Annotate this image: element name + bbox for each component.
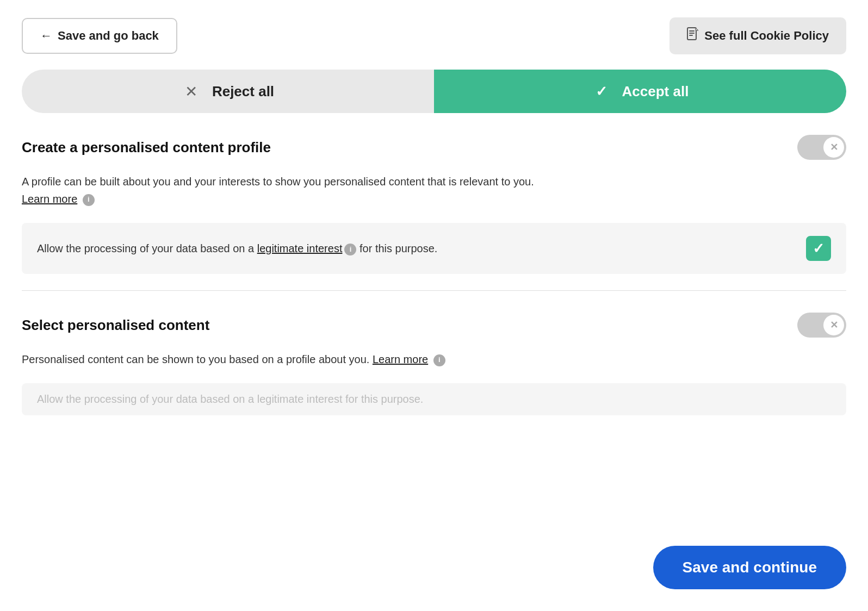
checkmark-icon: ✓ [592, 82, 611, 101]
section2-header: Select personalised content ✕ [22, 313, 846, 338]
section2-title: Select personalised content [22, 317, 209, 334]
save-and-go-back-button[interactable]: ← Save and go back [22, 18, 177, 54]
section1-description: A profile can be built about you and you… [22, 173, 846, 208]
legit-info-icon-1[interactable]: i [344, 244, 356, 255]
action-row: ✕ Reject all ✓ Accept all [22, 70, 846, 113]
save-back-label: Save and go back [58, 29, 159, 43]
section1-legit-interest-row: Allow the processing of your data based … [22, 223, 846, 274]
back-arrow-icon: ← [40, 29, 52, 43]
x-icon: ✕ [182, 82, 201, 101]
footer: Save and continue [653, 546, 846, 589]
accept-all-label: Accept all [622, 83, 689, 100]
save-and-continue-button[interactable]: Save and continue [653, 546, 846, 589]
reject-all-button[interactable]: ✕ Reject all [22, 70, 434, 113]
section-personalised-content: Select personalised content ✕ Personalis… [22, 291, 846, 415]
section2-toggle[interactable]: ✕ [797, 313, 846, 338]
section2-learn-more-link[interactable]: Learn more [373, 353, 428, 365]
section1-learn-more-link[interactable]: Learn more [22, 193, 77, 205]
page-header: ← Save and go back See full Cookie Polic… [0, 0, 868, 70]
svg-rect-3 [689, 35, 693, 36]
section2-description: Personalised content can be shown to you… [22, 351, 846, 368]
content-area: Create a personalised content profile ✕ … [22, 113, 846, 415]
legit-interest-link-1[interactable]: legitimate interest [257, 242, 343, 254]
accept-all-button[interactable]: ✓ Accept all [434, 70, 846, 113]
cookie-policy-label: See full Cookie Policy [704, 29, 829, 43]
toggle-x-icon: ✕ [830, 141, 838, 153]
checkbox-check-icon-1: ✓ [813, 240, 824, 257]
toggle-knob-2: ✕ [823, 315, 844, 335]
section1-legit-text: Allow the processing of your data based … [37, 240, 793, 257]
reject-all-label: Reject all [212, 83, 274, 100]
toggle-x-icon-2: ✕ [830, 319, 838, 331]
section1-title: Create a personalised content profile [22, 139, 271, 156]
cookie-policy-button[interactable]: See full Cookie Policy [669, 17, 846, 54]
toggle-knob-1: ✕ [823, 137, 844, 158]
section2-info-icon[interactable]: i [433, 354, 445, 366]
section-personalised-profile: Create a personalised content profile ✕ … [22, 113, 846, 291]
section1-legit-checkbox[interactable]: ✓ [806, 236, 831, 261]
document-icon [687, 27, 699, 45]
svg-rect-1 [689, 30, 695, 32]
section2-partial-row: Allow the processing of your data based … [22, 383, 846, 415]
section1-toggle[interactable]: ✕ [797, 135, 846, 160]
svg-marker-4 [696, 28, 698, 30]
save-continue-label: Save and continue [683, 559, 817, 576]
section1-info-icon[interactable]: i [83, 194, 95, 206]
svg-rect-2 [689, 33, 695, 34]
section1-header: Create a personalised content profile ✕ [22, 135, 846, 160]
section2-partial-text: Allow the processing of your data based … [37, 393, 423, 405]
